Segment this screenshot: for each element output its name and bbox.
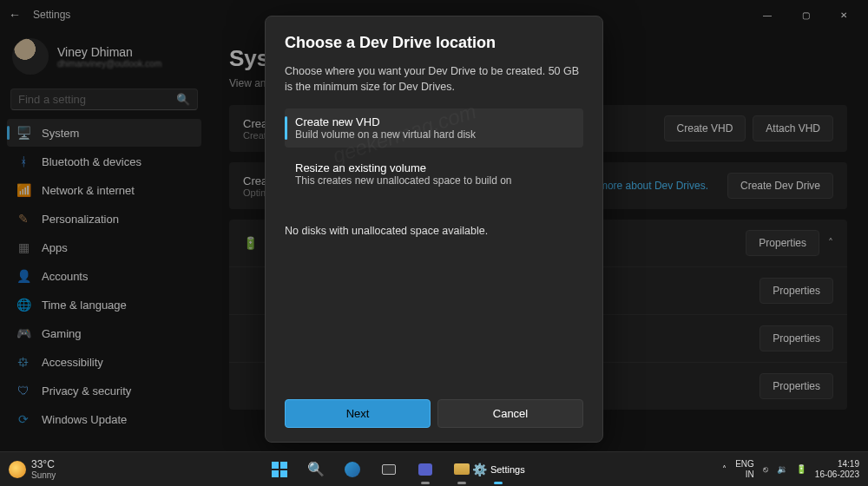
dev-drive-location-dialog: Choose a Dev Drive location Choose where… (265, 16, 603, 443)
sun-icon (9, 461, 26, 478)
option-title: Resize an existing volume (295, 161, 573, 174)
option-subtitle: This creates new unallocated space to bu… (295, 174, 573, 187)
dialog-title: Choose a Dev Drive location (285, 34, 583, 52)
svg-rect-2 (272, 470, 279, 477)
settings-taskbar-label: Settings (490, 464, 525, 475)
dialog-intro: Choose where you want your Dev Drive to … (285, 64, 583, 95)
svg-rect-1 (280, 462, 287, 469)
dialog-option-resize-an-existing-volume[interactable]: Resize an existing volumeThis creates ne… (285, 154, 583, 194)
dialog-notice: No disks with unallocated space availabl… (285, 225, 583, 237)
next-button[interactable]: Next (285, 399, 431, 428)
weather-temp: 33°C (31, 458, 56, 470)
start-icon[interactable] (263, 452, 296, 487)
weather-cond: Sunny (31, 470, 56, 480)
tray-chevron-up-icon[interactable]: ˄ (722, 464, 727, 474)
chat-icon[interactable] (409, 452, 442, 487)
settings-taskbar-icon[interactable]: ⚙️ Settings (482, 452, 515, 487)
speaker-icon[interactable]: 🔉 (777, 464, 787, 474)
battery-icon[interactable]: 🔋 (796, 464, 806, 474)
option-title: Create new VHD (295, 115, 573, 128)
copilot-icon[interactable] (336, 452, 369, 487)
taskview-icon[interactable] (372, 452, 405, 487)
dialog-option-create-new-vhd[interactable]: Create new VHDBuild volume on a new virt… (285, 108, 583, 148)
cancel-button[interactable]: Cancel (437, 399, 583, 428)
network-icon[interactable]: ⎋ (763, 464, 768, 474)
option-subtitle: Build volume on a new virtual hard disk (295, 128, 573, 141)
weather-widget[interactable]: 33°C Sunny (0, 458, 64, 480)
clock[interactable]: 14:19 16-06-2023 (815, 459, 859, 480)
taskbar-search-icon[interactable]: 🔍 (299, 452, 332, 487)
taskbar: 33°C Sunny 🔍 ⚙️ Settings ˄ ENG IN ⎋ 🔉 🔋 … (0, 451, 868, 486)
gear-icon: ⚙️ (472, 463, 487, 476)
svg-rect-3 (280, 470, 287, 477)
language-indicator[interactable]: ENG IN (735, 459, 754, 480)
svg-rect-0 (272, 462, 279, 469)
